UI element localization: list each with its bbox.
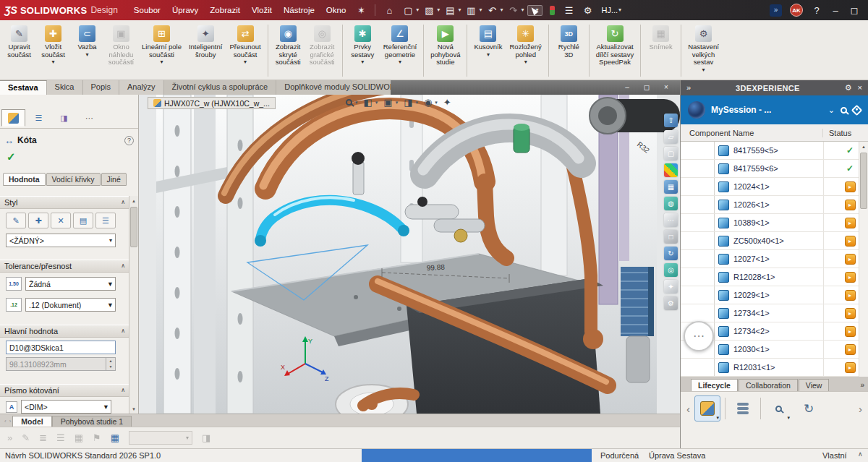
configuration-status[interactable]: Vlastní bbox=[822, 451, 847, 460]
tolerance-dropdown[interactable]: Žádná bbox=[25, 277, 116, 291]
database-button[interactable] bbox=[730, 395, 756, 422]
spin-down-icon[interactable] bbox=[106, 364, 115, 371]
dx-settings-icon[interactable] bbox=[664, 296, 678, 310]
tab-motion-study-1[interactable]: Pohybová studie 1 bbox=[52, 416, 132, 427]
document-menu[interactable]: HJ... bbox=[601, 6, 622, 14]
column-component-name[interactable]: Component Name bbox=[681, 129, 823, 137]
style-load-icon[interactable] bbox=[95, 213, 116, 228]
component-row[interactable]: 12027<1> bbox=[681, 250, 868, 268]
tab-analyzy[interactable]: Analýzy bbox=[119, 80, 164, 95]
dx-folder-icon[interactable] bbox=[664, 130, 678, 144]
options-gear-icon[interactable] bbox=[580, 6, 595, 15]
menu-upravy[interactable]: Úpravy bbox=[166, 6, 204, 14]
ribbon-update-speedpak[interactable]: Aktualizovat dílčí sestavy SpeedPak bbox=[593, 23, 637, 74]
expand-motionmanager-icon[interactable] bbox=[7, 433, 12, 442]
dx-globe-icon[interactable] bbox=[664, 197, 678, 210]
back-chevron-icon[interactable] bbox=[686, 403, 690, 414]
collapse-icon[interactable] bbox=[121, 200, 125, 205]
display-options-icon[interactable] bbox=[202, 433, 210, 442]
tab-scroll-left-icon[interactable] bbox=[4, 419, 7, 424]
print-caret-icon[interactable] bbox=[479, 7, 482, 13]
app-launcher-icon[interactable] bbox=[770, 4, 782, 17]
section-caret-icon[interactable] bbox=[375, 100, 378, 105]
scroll-up-icon[interactable] bbox=[129, 196, 138, 205]
style-delete-icon[interactable] bbox=[51, 213, 71, 228]
dx-tag-icon[interactable] bbox=[664, 280, 678, 294]
view-settings-icon[interactable] bbox=[443, 98, 451, 107]
ribbon-exploded-view[interactable]: Rozložený pohled▾ bbox=[507, 23, 545, 66]
ribbon-edit-component[interactable]: Upravit součást bbox=[3, 23, 35, 66]
session-title[interactable]: MySession - ... bbox=[711, 105, 822, 115]
pm-tab-vodici-krivky[interactable]: Vodící křivky bbox=[46, 173, 101, 186]
menu-nastroje[interactable]: Nástroje bbox=[278, 6, 320, 14]
hide-show-items-icon[interactable] bbox=[424, 98, 432, 107]
tab-skica[interactable]: Skica bbox=[47, 80, 83, 95]
gear-icon[interactable] bbox=[845, 84, 852, 92]
search-icon[interactable] bbox=[841, 107, 847, 114]
refresh-button[interactable] bbox=[796, 395, 822, 422]
minimize-icon[interactable] bbox=[828, 6, 843, 15]
dx-document-icon[interactable] bbox=[664, 147, 678, 161]
list-scrollbar[interactable] bbox=[859, 142, 868, 377]
session-caret-icon[interactable] bbox=[828, 106, 835, 114]
search-3d-button[interactable] bbox=[765, 395, 791, 422]
more-tabs-button[interactable] bbox=[77, 109, 101, 127]
ribbon-component-preview[interactable]: Okno náhledu součástí bbox=[105, 23, 137, 74]
hide-show-caret-icon[interactable] bbox=[435, 100, 438, 105]
doc-restore-icon[interactable] bbox=[642, 84, 652, 91]
section-view-icon[interactable] bbox=[364, 98, 373, 107]
dx-sync-icon[interactable] bbox=[664, 247, 678, 260]
restore-icon[interactable] bbox=[847, 6, 861, 15]
ribbon-bom[interactable]: Kusovník▾ bbox=[471, 23, 505, 59]
print-icon[interactable] bbox=[464, 6, 478, 15]
menu-zobrazit[interactable]: Zobrazit bbox=[204, 6, 246, 14]
section-primary-value-header[interactable]: Hlavní hodnota bbox=[0, 325, 129, 338]
section-tolerance-header[interactable]: Tolerance/přesnost bbox=[0, 260, 129, 273]
section-style-header[interactable]: Styl bbox=[0, 196, 129, 209]
edit-icon[interactable] bbox=[22, 433, 30, 442]
tab-popis[interactable]: Popis bbox=[83, 80, 120, 95]
chevron-down-icon[interactable] bbox=[716, 415, 719, 420]
help-icon[interactable] bbox=[809, 6, 824, 15]
key-icon[interactable] bbox=[93, 433, 101, 442]
column-status[interactable]: Status bbox=[823, 129, 851, 137]
ribbon-mate[interactable]: Vazba▾ bbox=[71, 23, 103, 59]
list-icon[interactable] bbox=[39, 433, 47, 442]
dx-box-icon[interactable] bbox=[664, 230, 678, 244]
tab-sestava[interactable]: Sestava bbox=[0, 80, 47, 95]
spin-up-icon[interactable] bbox=[106, 358, 115, 364]
style-add-icon[interactable] bbox=[28, 213, 48, 228]
mysession-bar[interactable]: MySession - ... bbox=[681, 95, 868, 124]
help-icon[interactable] bbox=[124, 136, 134, 145]
3d-model-view[interactable]: 99.88 R32 Y X Z bbox=[139, 95, 680, 414]
document-tab[interactable]: HJWX07C_w (HJWX10C_w_... bbox=[148, 97, 276, 109]
tab-collaboration[interactable]: Collaboration bbox=[739, 379, 798, 391]
component-row[interactable]: 12026<1> bbox=[681, 196, 868, 214]
configurationmanager-tab[interactable] bbox=[52, 109, 76, 127]
pin-menu-star-icon[interactable] bbox=[354, 6, 368, 15]
menu-okno[interactable]: Okno bbox=[320, 6, 352, 14]
component-row[interactable]: R12031<1> bbox=[681, 359, 868, 377]
undo-caret-icon[interactable] bbox=[500, 7, 503, 13]
component-row[interactable]: 12734<1> bbox=[681, 304, 868, 322]
structure-view-button[interactable] bbox=[694, 395, 720, 422]
task-pane-icon[interactable] bbox=[561, 6, 576, 15]
component-row[interactable]: 10389<1> bbox=[681, 214, 868, 232]
ribbon-assembly-features[interactable]: Prvky sestavy▾ bbox=[346, 23, 379, 66]
doc-close-icon[interactable] bbox=[661, 84, 671, 91]
pm-tab-hodnota[interactable]: Hodnota bbox=[3, 173, 46, 186]
ribbon-new-motion-study[interactable]: Nová pohybová studie bbox=[427, 23, 463, 74]
tab-view[interactable]: View bbox=[799, 379, 830, 391]
dx-message-icon[interactable] bbox=[664, 213, 678, 227]
scroll-up-icon[interactable] bbox=[859, 142, 868, 151]
undo-icon[interactable] bbox=[485, 6, 499, 15]
redo-caret-icon[interactable] bbox=[521, 7, 524, 13]
macro-toggle-icon[interactable] bbox=[550, 6, 555, 15]
style-dropdown[interactable]: <ŽÁDNÝ> bbox=[6, 234, 116, 247]
ribbon-snapshot[interactable]: Snímek bbox=[644, 23, 677, 59]
orientation-caret-icon[interactable] bbox=[396, 100, 399, 105]
menu-vlozit[interactable]: Vložit bbox=[246, 6, 278, 14]
style-edit-icon[interactable] bbox=[6, 213, 26, 228]
ribbon-show-hidden[interactable]: Zobrazit skryté součásti bbox=[272, 23, 305, 74]
assistant-bubble-button[interactable] bbox=[684, 321, 714, 351]
